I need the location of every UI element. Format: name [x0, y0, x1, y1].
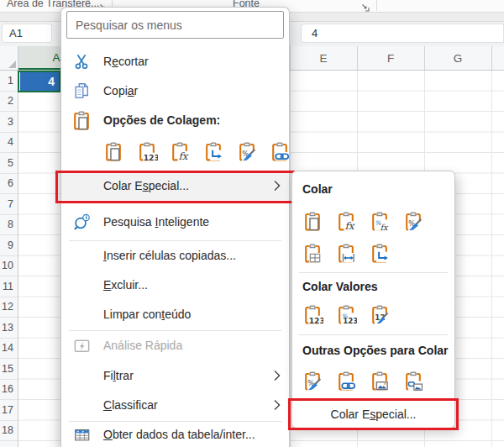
menu-item-limpar-conteudo[interactable]: Limpar conteúdo — [61, 302, 289, 326]
paste-option-clip-link[interactable] — [334, 371, 357, 393]
row-header-4[interactable]: 4 — [0, 133, 18, 154]
paste-option-clip-picture[interactable] — [368, 371, 391, 393]
row-header-6[interactable]: 6 — [0, 174, 18, 195]
paste-option-clip-format-brush[interactable]: % — [235, 141, 258, 164]
select-all-triangle-icon — [8, 60, 16, 68]
quick-analysis-icon — [71, 334, 92, 356]
menu-item-colar-especial-dialog[interactable]: Colar Especial... — [292, 402, 454, 427]
paste-option-clip-no-borders[interactable] — [301, 243, 323, 266]
clip-linked-picture-icon — [402, 370, 424, 395]
submenu-section-title: Colar Valores — [302, 280, 378, 293]
row-header-7[interactable]: 7 — [0, 194, 18, 215]
copy-icon — [71, 80, 92, 102]
scissors-icon — [71, 50, 92, 72]
menu-item-filtrar[interactable]: Filtrar — [61, 364, 289, 387]
column-header-divider — [290, 46, 291, 70]
menu-item-inserir-celulas-copiadas[interactable]: Inserir células copiadas... — [61, 244, 289, 267]
submenu-chevron-icon — [274, 400, 281, 411]
menu-separator — [69, 240, 281, 241]
menu-item-excluir[interactable]: Excluir... — [61, 273, 289, 297]
clip-formulas-number-icon: %fx — [369, 210, 391, 235]
paste-option-clip-transpose[interactable] — [202, 141, 224, 164]
paste-option-clip-formulas-number[interactable]: %fx — [368, 211, 391, 234]
menu-item-analise-rapida: Análise Rápida — [61, 334, 289, 357]
menu-item-label: Recortar — [103, 55, 149, 68]
clip-link-icon — [335, 370, 357, 395]
clip-picture-icon — [369, 370, 391, 395]
ribbon-group-divider — [376, 0, 377, 11]
paste-option-clip-link[interactable] — [268, 141, 291, 164]
select-all-corner[interactable] — [0, 46, 18, 71]
row-header-13[interactable]: 13 — [0, 318, 18, 339]
paste-option-clip-paste[interactable] — [301, 211, 323, 234]
paste-option-clip-values[interactable]: 123 — [135, 141, 158, 164]
clip-link-icon — [269, 140, 291, 166]
submenu-icon-row: 123 %123 12 — [292, 304, 454, 329]
column-header-f[interactable]: F — [357, 46, 424, 70]
name-box[interactable]: A1 — [2, 24, 52, 43]
column-header-e[interactable]: E — [290, 46, 357, 70]
paste-option-clip-values[interactable]: 123 — [301, 304, 323, 327]
paste-option-clip-format-brush[interactable]: % — [402, 211, 424, 234]
row-header-10[interactable]: 10 — [0, 256, 18, 277]
paste-option-clip-col-width[interactable] — [334, 243, 357, 266]
row-header-5[interactable]: 5 — [0, 153, 18, 174]
row-header-15[interactable]: 15 — [0, 359, 18, 380]
submenu-chevron-icon — [274, 371, 281, 381]
clip-values-format-icon: 12 — [369, 303, 391, 329]
svg-text:fx: fx — [380, 222, 389, 231]
menu-item-label: Colar Especial... — [331, 408, 417, 421]
row-header-19[interactable]: 19 — [0, 441, 18, 447]
paste-option-clip-linked-picture[interactable] — [402, 371, 424, 393]
paste-option-clip-formulas[interactable]: fx — [334, 211, 357, 234]
formula-bar-input[interactable]: 4 — [301, 24, 504, 43]
menu-item-recortar[interactable]: Recortar — [61, 50, 289, 73]
row-header-11[interactable]: 11 — [0, 276, 18, 297]
menu-search-input[interactable] — [66, 11, 284, 39]
context-menu: RecortarCopiar Opções de Colagem: 123 fx… — [60, 7, 290, 447]
row-header-8[interactable]: 8 — [0, 215, 18, 236]
selection-border — [18, 71, 60, 93]
row-header-18[interactable]: 18 — [0, 421, 18, 442]
submenu-icon-row: % — [292, 371, 454, 396]
submenu-section-title: Colar — [302, 182, 333, 196]
row-header-17[interactable]: 17 — [0, 400, 18, 421]
row-header-2[interactable]: 2 — [0, 92, 18, 113]
paste-option-clip-transpose[interactable] — [368, 243, 391, 266]
row-header-1[interactable]: 1 — [0, 71, 18, 92]
row-header-14[interactable]: 14 — [0, 339, 18, 360]
row-header-12[interactable]: 12 — [0, 297, 18, 318]
menu-item-label: Inserir células copiadas... — [103, 249, 236, 262]
excel-window: Área de Transferê... Fonte A1 4 AEFG 123… — [0, 0, 504, 447]
paste-option-clip-formulas[interactable]: fx — [168, 141, 191, 164]
clip-transpose-icon — [202, 140, 224, 166]
paste-option-clip-values-format[interactable]: 12 — [368, 304, 391, 327]
get-data-table-icon — [71, 423, 92, 445]
paste-option-clip-values-number[interactable]: %123 — [334, 304, 357, 327]
submenu-separator — [299, 272, 448, 273]
column-header-g[interactable]: G — [424, 46, 491, 70]
svg-text:123: 123 — [343, 317, 357, 325]
menu-item-label: Limpar conteúdo — [103, 308, 191, 321]
menu-item-opcoes-de-colagem[interactable]: Opções de Colagem: — [61, 108, 289, 132]
menu-item-obter-dados-da-tabela[interactable]: Obter dados da tabela/inter... — [61, 423, 289, 446]
row-header-3[interactable]: 3 — [0, 112, 18, 133]
row-header-9[interactable]: 9 — [0, 235, 18, 256]
menu-item-colar-especial[interactable]: Colar Especial... — [61, 171, 289, 200]
menu-item-classificar[interactable]: Classificar — [61, 393, 289, 417]
menu-item-pesquisa-inteligente[interactable]: iPesquisa Inteligente — [61, 210, 289, 234]
menu-item-label: Obter dados da tabela/inter... — [103, 428, 255, 441]
clip-format-brush-icon: % — [402, 210, 424, 235]
submenu-separator — [299, 334, 448, 335]
menu-item-label: Excluir... — [103, 278, 148, 292]
paste-option-clip-format-brush[interactable]: % — [301, 371, 323, 393]
gridline-vertical — [290, 71, 291, 447]
row-header-16[interactable]: 16 — [0, 380, 18, 401]
paste-option-clip-paste[interactable] — [102, 141, 124, 164]
submenu-chevron-icon — [274, 181, 281, 192]
clip-values-icon: 123 — [136, 140, 158, 166]
dialog-launcher-icon[interactable] — [360, 0, 370, 9]
clip-formulas-icon: fx — [169, 140, 191, 166]
gridline-vertical — [491, 71, 492, 447]
menu-item-copiar[interactable]: Copiar — [61, 79, 289, 103]
